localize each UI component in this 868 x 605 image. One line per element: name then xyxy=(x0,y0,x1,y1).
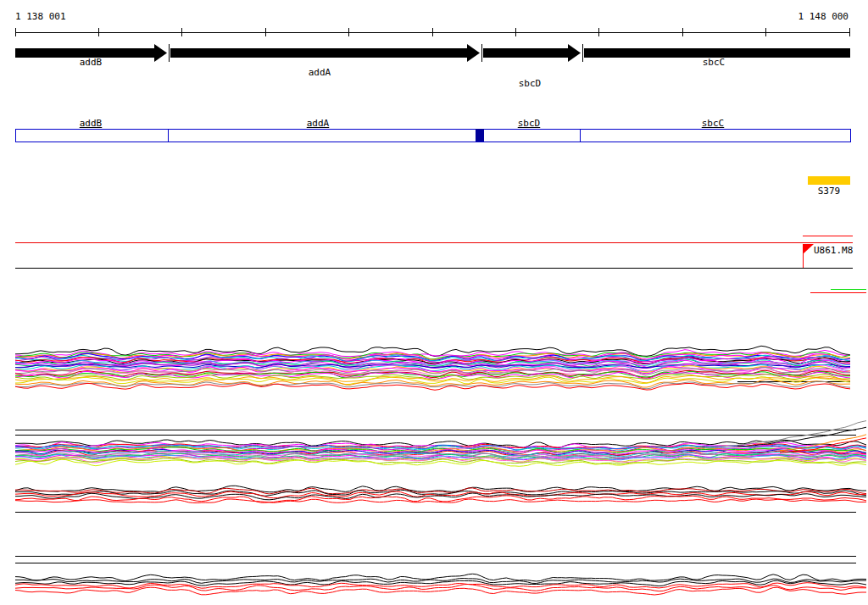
coverage-panel-4-series-5 xyxy=(15,587,866,595)
feature-bar-label-sbcC: sbcC xyxy=(702,119,725,128)
gene-arrow-body-addA[interactable] xyxy=(170,48,467,58)
browser-canvas xyxy=(0,0,868,605)
gene-label-sbcC: sbcC xyxy=(703,58,726,67)
gene-arrow-head-addA[interactable] xyxy=(467,44,480,62)
ruler-end-coordinate: 1 148 000 xyxy=(798,12,849,21)
feature-bar-label-sbcD: sbcD xyxy=(518,119,541,128)
gene-label-addA: addA xyxy=(309,68,331,77)
gene-arrow-head-sbcD[interactable] xyxy=(568,44,581,62)
gene-arrow-body-sbcD[interactable] xyxy=(483,48,568,58)
gene-arrow-head-addB[interactable] xyxy=(154,44,167,62)
marker-u861-flag[interactable] xyxy=(803,244,814,254)
feature-bar-solid-block[interactable] xyxy=(476,129,484,142)
feature-bar-label-addB: addB xyxy=(80,119,103,128)
marker-s379-label: S379 xyxy=(818,186,841,196)
feature-bar[interactable] xyxy=(15,129,850,142)
gene-label-sbcD: sbcD xyxy=(519,79,542,88)
genome-browser-view: 1 138 001 1 148 000 addB addA sbcD sbcC … xyxy=(0,0,868,605)
marker-s379-box[interactable] xyxy=(808,176,850,185)
coverage-panel-4-series-0 xyxy=(15,574,866,581)
feature-bar-label-addA: addA xyxy=(307,119,330,128)
gene-label-addB: addB xyxy=(80,58,103,67)
ruler-start-coordinate: 1 138 001 xyxy=(15,12,66,21)
marker-u861-label: U861.M8 xyxy=(814,246,853,255)
